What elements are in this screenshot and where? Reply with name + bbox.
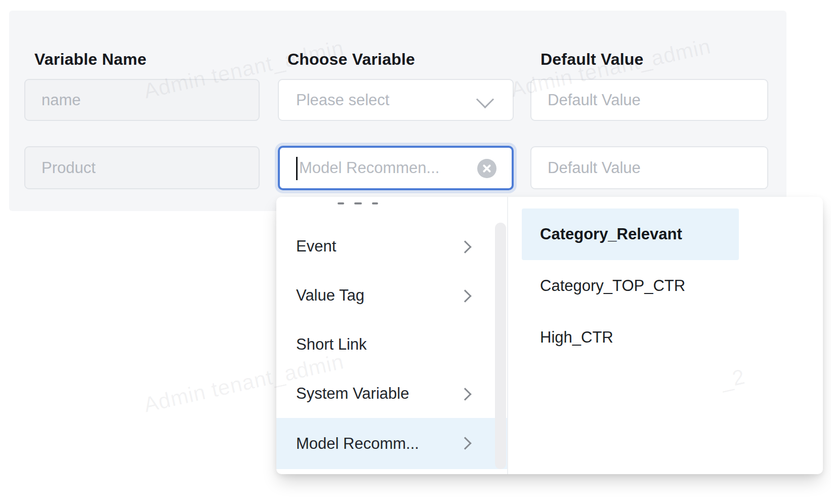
choose-variable-select-row2[interactable]: Model Recommen... (278, 146, 514, 190)
menu-item-model-recommendation[interactable]: Model Recomm... (276, 418, 507, 469)
menu-item-label: Event (276, 237, 336, 256)
submenu-item-label: High_CTR (522, 328, 613, 347)
submenu-item-category-top-ctr[interactable]: Category_TOP_CTR (522, 260, 739, 312)
cascader-menu-level1: Event Value Tag Short Link System Variab… (276, 197, 508, 474)
cascader-dropdown: Event Value Tag Short Link System Variab… (276, 197, 823, 474)
chevron-down-icon (476, 91, 494, 108)
default-value-input-row2[interactable] (530, 146, 768, 189)
text-cursor (296, 157, 298, 180)
menu-item-label: Model Recomm... (276, 435, 419, 453)
clipped-menu-item-fragment (338, 202, 393, 205)
submenu-item-label: Category_Relevant (522, 225, 682, 243)
menu-item-value-tag[interactable]: Value Tag (276, 271, 507, 320)
submenu-item-label: Category_TOP_CTR (522, 277, 685, 295)
variable-name-input-row1[interactable] (24, 79, 260, 121)
column-label-choose-variable: Choose Variable (287, 50, 415, 69)
chevron-right-icon (459, 388, 471, 400)
submenu-item-category-relevant[interactable]: Category_Relevant (522, 208, 739, 260)
default-value-input-row1[interactable] (530, 79, 768, 121)
choose-variable-select-row1[interactable]: Please select (278, 79, 514, 121)
menu-item-label: Value Tag (276, 286, 364, 305)
screen: Variable Name Choose Variable Default Va… (0, 0, 831, 504)
menu-item-event[interactable]: Event (276, 222, 507, 271)
column-label-default-value: Default Value (541, 50, 644, 69)
scrollbar-thumb[interactable] (495, 223, 506, 469)
cascader-menu-level2: Category_Relevant Category_TOP_CTR High_… (508, 197, 823, 474)
menu-item-short-link[interactable]: Short Link (276, 320, 507, 369)
menu-item-label: System Variable (276, 385, 409, 403)
variable-name-input-row2[interactable] (24, 146, 260, 189)
select-value: Model Recommen... (280, 159, 439, 177)
submenu-item-high-ctr[interactable]: High_CTR (522, 312, 739, 363)
chevron-right-icon (459, 437, 471, 449)
chevron-right-icon (459, 289, 471, 302)
clear-icon[interactable] (477, 159, 496, 178)
select-placeholder: Please select (279, 91, 389, 109)
column-label-variable-name: Variable Name (34, 50, 146, 69)
chevron-right-icon (459, 240, 471, 253)
menu-item-system-variable[interactable]: System Variable (276, 369, 507, 418)
menu-item-label: Short Link (276, 335, 367, 354)
